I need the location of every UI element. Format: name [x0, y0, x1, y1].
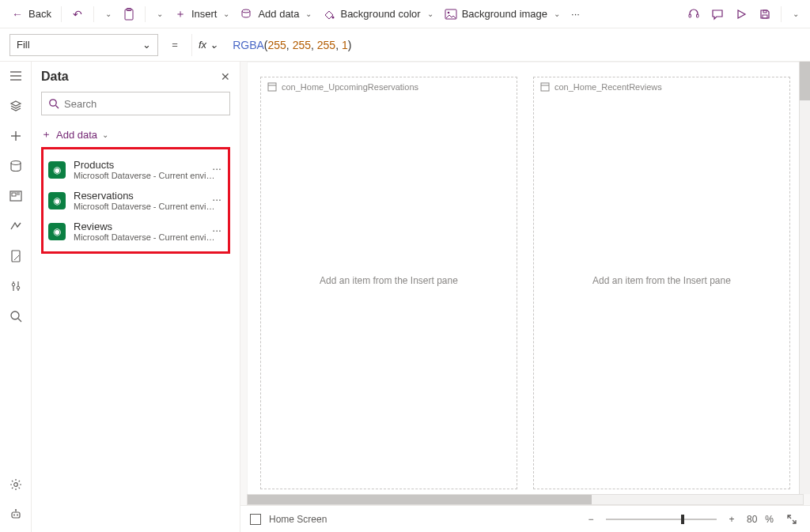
command-bar: ← Back ↶ ⌄ ⌄ ＋ Insert ⌄ Add data ⌄ Backg… — [0, 0, 810, 28]
container-upcoming[interactable]: con_Home_UpcomingReservations Add an ite… — [260, 77, 517, 489]
screen-name: Home Screen — [269, 514, 327, 525]
divider — [93, 6, 94, 22]
svg-point-25 — [11, 311, 19, 319]
chevron-down-icon: ⌄ — [105, 9, 112, 18]
save-button[interactable] — [754, 3, 776, 25]
play-icon — [735, 8, 748, 21]
dataverse-icon: ◉ — [48, 192, 66, 209]
more-commands[interactable]: ··· — [566, 3, 585, 25]
divider — [145, 6, 146, 22]
bg-color-label: Background color — [340, 8, 420, 20]
highlighted-region: ◉ Products Microsoft Dataverse - Current… — [41, 147, 230, 254]
svg-point-29 — [13, 515, 15, 516]
paste-menu[interactable]: ⌄ — [150, 3, 168, 25]
chevron-down-icon: ⌄ — [157, 9, 163, 18]
layers-icon[interactable] — [8, 98, 24, 114]
screen-checkbox[interactable] — [250, 514, 261, 525]
svg-point-32 — [15, 509, 17, 511]
svg-point-3 — [332, 16, 335, 18]
search-input[interactable] — [64, 98, 223, 110]
svg-rect-28 — [12, 512, 20, 518]
media-rail-icon[interactable] — [8, 188, 24, 204]
datasource-item-products[interactable]: ◉ Products Microsoft Dataverse - Current… — [47, 154, 225, 185]
chevron-down-icon: ⌄ — [427, 9, 433, 18]
add-data-button[interactable]: Add data ⌄ — [236, 3, 316, 25]
left-rail — [0, 62, 32, 532]
virtual-agent-icon[interactable] — [8, 507, 24, 523]
chevron-down-icon: ⌄ — [305, 9, 312, 18]
datasource-sub: Microsoft Dataverse - Current environm..… — [74, 202, 216, 211]
container-reviews[interactable]: con_Home_RecentReviews Add an item from … — [533, 77, 790, 489]
property-label: Fill — [17, 39, 30, 51]
undo-menu[interactable]: ⌄ — [99, 3, 116, 25]
svg-point-23 — [12, 283, 15, 286]
chevron-down-icon: ⌄ — [554, 9, 560, 18]
close-panel-button[interactable]: ✕ — [221, 70, 230, 83]
add-data-link[interactable]: ＋ Add data ⌄ — [41, 123, 230, 145]
property-selector[interactable]: Fill ⌄ — [9, 34, 158, 56]
svg-point-2 — [242, 9, 250, 13]
zoom-out-button[interactable]: − — [584, 514, 598, 525]
bg-image-button[interactable]: Background image ⌄ — [440, 3, 565, 25]
svg-line-26 — [18, 319, 21, 322]
zoom-slider[interactable] — [606, 519, 717, 520]
data-rail-icon[interactable] — [8, 158, 24, 174]
insert-label: Insert — [191, 8, 218, 20]
add-data-label: Add data — [56, 129, 97, 141]
search-field[interactable] — [41, 92, 230, 115]
main-area: Data ✕ ＋ Add data ⌄ ◉ Products Microsoft… — [0, 62, 810, 532]
comments-button[interactable] — [706, 3, 729, 25]
svg-rect-17 — [12, 193, 16, 196]
svg-rect-37 — [541, 83, 549, 91]
advanced-tools-icon[interactable] — [8, 278, 24, 294]
flows-rail-icon[interactable] — [8, 218, 24, 234]
back-label: Back — [28, 8, 51, 20]
preview-button[interactable] — [730, 3, 752, 25]
copilot-button[interactable] — [683, 3, 705, 25]
divider — [781, 6, 782, 22]
svg-point-27 — [13, 483, 17, 487]
data-panel: Data ✕ ＋ Add data ⌄ ◉ Products Microsoft… — [32, 62, 240, 532]
container-name: con_Home_UpcomingReservations — [282, 82, 418, 92]
app-canvas[interactable]: con_Home_UpcomingReservations Add an ite… — [247, 62, 804, 494]
container-icon — [267, 82, 277, 92]
chevron-down-icon: ⌄ — [102, 130, 108, 139]
datasource-more[interactable]: ··· — [212, 193, 221, 206]
insert-rail-icon[interactable] — [8, 128, 24, 144]
container-icon — [540, 82, 550, 92]
paste-button[interactable] — [118, 3, 140, 25]
settings-rail-icon[interactable] — [8, 477, 24, 492]
bg-color-button[interactable]: Background color ⌄ — [318, 3, 437, 25]
variables-rail-icon[interactable] — [8, 248, 24, 264]
add-data-label: Add data — [258, 8, 299, 20]
datasource-item-reservations[interactable]: ◉ Reservations Microsoft Dataverse - Cur… — [47, 185, 225, 216]
chat-icon — [711, 8, 724, 21]
plus-icon: ＋ — [41, 127, 51, 141]
fn-name: RGBA — [233, 39, 264, 51]
horizontal-scrollbar[interactable] — [247, 494, 804, 505]
save-icon — [759, 8, 771, 21]
insert-button[interactable]: ＋ Insert ⌄ — [169, 3, 235, 25]
datasource-more[interactable]: ··· — [212, 162, 221, 175]
vertical-scrollbar[interactable] — [799, 62, 810, 494]
headset-icon — [687, 8, 700, 21]
datasource-item-reviews[interactable]: ◉ Reviews Microsoft Dataverse - Current … — [47, 216, 225, 247]
datasource-name: Reviews — [74, 221, 216, 232]
tree-view-icon[interactable] — [8, 68, 24, 84]
fx-label[interactable]: fx⌄ — [191, 34, 225, 56]
save-menu[interactable]: ⌄ — [786, 3, 804, 25]
zoom-in-button[interactable]: + — [725, 514, 739, 525]
svg-point-30 — [17, 515, 18, 516]
database-icon — [240, 8, 253, 21]
equals-sign: = — [166, 39, 184, 51]
zoom-value: 80 — [747, 514, 757, 525]
datasource-more[interactable]: ··· — [212, 224, 221, 236]
undo-button[interactable]: ↶ — [66, 3, 89, 25]
bg-image-label: Background image — [462, 8, 547, 20]
arrow-left-icon: ← — [11, 8, 24, 21]
search-rail-icon[interactable] — [8, 308, 24, 324]
back-button[interactable]: ← Back — [6, 3, 56, 25]
svg-point-15 — [11, 161, 21, 165]
fit-to-window-button[interactable] — [786, 514, 801, 525]
formula-input[interactable]: RGBA(255, 255, 255, 1) — [233, 39, 801, 51]
